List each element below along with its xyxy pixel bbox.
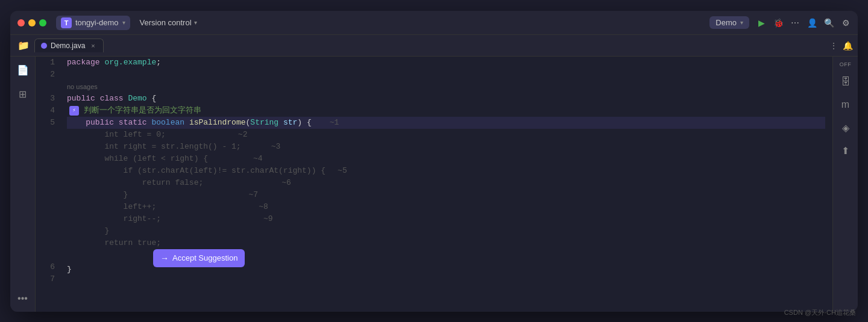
code-line-ghost-7: left++;~8: [67, 201, 825, 213]
right-panel-top: OFF 🗄 m ◈ ⬆: [833, 61, 858, 159]
code-line-ghost-6: }~7: [67, 189, 825, 201]
tab-label: Demo.java: [51, 42, 85, 50]
titlebar: T tongyi-demo ▾ Version control ▾ Demo ▾…: [10, 11, 858, 35]
run-label: Demo: [715, 18, 737, 27]
editor[interactable]: 1 2 3 4 5: [36, 57, 832, 312]
sidebar-icon-more[interactable]: •••: [14, 290, 31, 307]
add-user-button[interactable]: 👤: [807, 18, 817, 28]
off-badge: OFF: [840, 61, 852, 67]
project-chevron-icon: ▾: [122, 19, 125, 26]
right-panel: OFF 🗄 m ◈ ⬆: [832, 57, 858, 312]
structure-icon[interactable]: ◈: [837, 119, 854, 136]
project-name: tongyi-demo: [75, 18, 119, 27]
debug-button[interactable]: 🐞: [773, 18, 783, 28]
version-control-button[interactable]: Version control ▾: [135, 16, 202, 29]
close-button[interactable]: [17, 19, 25, 26]
code-line-2: [67, 69, 825, 81]
code-content[interactable]: package org.example; no usages public cl…: [60, 57, 832, 312]
demo-java-tab[interactable]: Demo.java ×: [34, 39, 104, 52]
code-line-ghost-4: if (str.charAt(left)!= str.charAt(right)…: [67, 165, 825, 177]
code-line-ghost-9: }: [67, 225, 825, 237]
sidebar-icon-files[interactable]: 📄: [14, 61, 31, 78]
code-line-1: package org.example;: [67, 57, 825, 69]
code-line-ghost-1: int left = 0;~2: [67, 129, 825, 141]
java-file-icon: [41, 43, 47, 49]
line-numbers: 1 2 3 4 5: [36, 57, 60, 312]
search-button[interactable]: 🔍: [824, 18, 834, 28]
code-line-ghost-5: return false;~6: [67, 177, 825, 189]
accept-suggestion-label: Accept Suggestion: [172, 252, 237, 264]
code-line-ghost-2: int right = str.length() - 1;~3: [67, 141, 825, 153]
version-control-chevron-icon: ▾: [194, 19, 197, 26]
ai-icon: ⚡: [69, 106, 79, 116]
no-usages-hint: no usages: [67, 81, 825, 93]
run-configuration[interactable]: Demo ▾: [709, 16, 749, 29]
run-chevron-icon: ▾: [740, 19, 743, 26]
titlebar-right: Demo ▾ ▶ 🐞 ⋯ 👤 🔍 ⚙: [709, 16, 851, 29]
ide-window: T tongyi-demo ▾ Version control ▾ Demo ▾…: [10, 11, 858, 312]
accept-suggestion-button[interactable]: → Accept Suggestion: [153, 249, 245, 267]
database-icon[interactable]: 🗄: [837, 73, 854, 90]
code-line-ghost-3: while (left < right) {~4: [67, 153, 825, 165]
run-button[interactable]: ▶: [756, 18, 766, 28]
maximize-button[interactable]: [39, 19, 46, 26]
tabbar-more-icon[interactable]: ⋮: [829, 41, 838, 51]
traffic-lights: [17, 19, 46, 26]
notifications-icon[interactable]: 🔔: [843, 41, 853, 51]
tabbar: 📁 Demo.java × ⋮ 🔔: [10, 35, 858, 57]
version-control-label: Version control: [140, 18, 192, 27]
code-editor[interactable]: 1 2 3 4 5: [36, 57, 832, 312]
code-line-ghost-8: right--;~9: [67, 213, 825, 225]
code-line-3: public class Demo {: [67, 93, 825, 105]
project-avatar: T: [61, 17, 72, 28]
settings-button[interactable]: ⚙: [841, 18, 851, 28]
minimize-button[interactable]: [28, 19, 36, 26]
watermark-text: CSDN @天外·CH追花桑: [784, 309, 856, 316]
main-area: 📄 ⊞ ••• 1 2 3 4 5: [10, 57, 858, 312]
project-selector[interactable]: T tongyi-demo ▾: [56, 16, 130, 30]
code-line-4: ⚡ 判断一个字符串是否为回文字符串: [67, 105, 825, 117]
maven-icon[interactable]: m: [837, 96, 854, 113]
bookmark-icon[interactable]: ⬆: [837, 142, 854, 159]
watermark: CSDN @天外·CH追花桑: [784, 306, 856, 317]
folder-icon[interactable]: 📁: [15, 37, 32, 54]
left-sidebar: 📄 ⊞ •••: [10, 57, 36, 312]
more-actions-button[interactable]: ⋯: [790, 18, 800, 28]
code-line-5: public static boolean isPalindrome(Strin…: [67, 117, 825, 129]
tab-close-button[interactable]: ×: [89, 42, 97, 50]
code-line-ghost-10: return true;: [67, 237, 825, 249]
accept-suggestion-icon: →: [160, 252, 169, 264]
tabbar-right: ⋮ 🔔: [829, 41, 853, 51]
sidebar-icon-extensions[interactable]: ⊞: [14, 85, 31, 102]
